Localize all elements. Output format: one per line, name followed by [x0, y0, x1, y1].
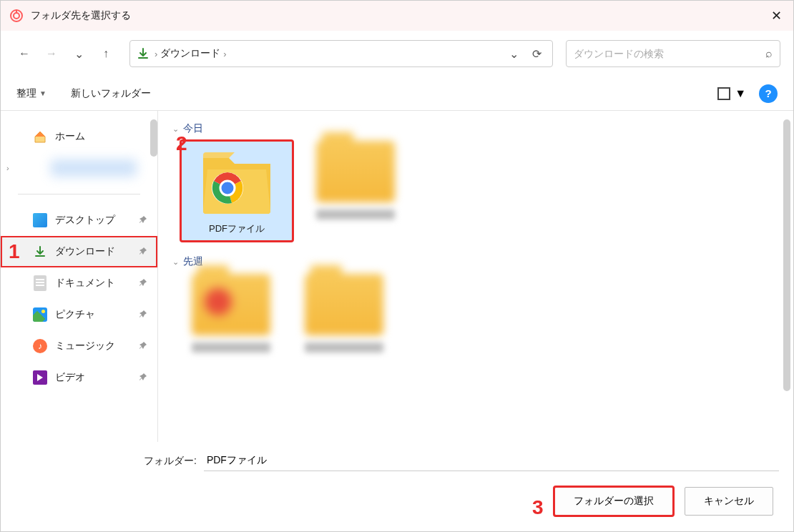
folder-item-pdf[interactable]: PDFファイル: [181, 141, 293, 241]
address-dropdown-button[interactable]: ⌄: [502, 42, 525, 65]
sidebar-item-downloads[interactable]: ダウンロード: [1, 236, 157, 267]
sidebar-item-home[interactable]: ホーム: [1, 121, 157, 152]
sidebar-item-desktop[interactable]: デスクトップ: [1, 205, 157, 236]
folder-icon: [316, 141, 395, 202]
new-folder-button[interactable]: 新しいフォルダー: [71, 87, 151, 100]
back-icon: ←: [19, 47, 30, 60]
folder-label: フォルダー:: [144, 455, 197, 468]
search-icon[interactable]: ⌕: [765, 47, 773, 60]
sidebar-item-label: ダウンロード: [55, 245, 115, 258]
sidebar-item-videos[interactable]: ビデオ: [1, 362, 157, 393]
forward-icon: →: [46, 47, 57, 60]
window-title: フォルダ先を選択する: [31, 9, 131, 22]
pin-icon[interactable]: [139, 310, 147, 320]
folder-name-row: フォルダー:: [144, 450, 779, 471]
svg-point-1: [14, 13, 19, 19]
up-icon: ↑: [103, 47, 109, 60]
help-button[interactable]: ?: [759, 84, 778, 103]
items-row-today: PDFファイル: [168, 141, 783, 241]
titlebar-left: フォルダ先を選択する: [9, 9, 131, 23]
app-icon: [9, 9, 24, 23]
back-button[interactable]: ←: [14, 43, 35, 64]
folder-icon: [305, 274, 383, 335]
annotation-3: 3: [532, 496, 544, 519]
sidebar-item-music[interactable]: ♪ ミュージック: [1, 330, 157, 362]
close-button[interactable]: ✕: [759, 1, 793, 31]
annotation-2: 2: [176, 132, 187, 155]
sidebar-item-label: ビデオ: [55, 371, 85, 384]
path-separator: ›: [155, 49, 157, 59]
recent-locations-button[interactable]: ⌄: [68, 43, 89, 64]
group-last-week[interactable]: ⌄ 先週: [168, 251, 783, 274]
folder-icon: [192, 274, 270, 335]
downloads-path-icon: [134, 47, 152, 60]
view-toggle[interactable]: ▼: [717, 87, 746, 100]
chevron-down-icon: ⌄: [509, 47, 519, 61]
chevron-down-icon: ⌄: [172, 257, 179, 267]
button-row: フォルダーの選択 キャンセル: [15, 487, 779, 516]
sidebar-item-label: ミュージック: [55, 340, 115, 353]
sidebar-item-label: デスクトップ: [55, 214, 115, 227]
path-segment-downloads[interactable]: ダウンロード: [160, 47, 220, 60]
folder-label: PDFファイル: [209, 222, 265, 235]
folder-chrome-icon: [197, 147, 276, 217]
sidebar-item-documents[interactable]: ドキュメント: [1, 267, 157, 299]
music-icon: ♪: [32, 338, 48, 354]
cancel-button[interactable]: キャンセル: [685, 487, 773, 516]
folder-item-redacted[interactable]: [305, 141, 406, 227]
chevron-down-icon: ⌄: [74, 47, 84, 61]
documents-icon: [32, 275, 48, 291]
sidebar-item-redacted[interactable]: ›: [1, 152, 157, 184]
pin-icon[interactable]: [139, 341, 147, 352]
folder-item-redacted[interactable]: [294, 274, 394, 360]
footer: フォルダー: フォルダーの選択 キャンセル: [1, 442, 793, 531]
pin-icon[interactable]: [139, 373, 147, 383]
sidebar-item-pictures[interactable]: ピクチャ: [1, 299, 157, 330]
pin-icon[interactable]: [139, 247, 147, 257]
group-today[interactable]: ⌄ 今日: [168, 118, 783, 141]
sidebar-divider: [18, 194, 140, 194]
search-box[interactable]: ⌕: [566, 40, 780, 67]
refresh-icon: ⟳: [532, 47, 541, 61]
expand-icon[interactable]: ›: [6, 164, 16, 172]
select-folder-button[interactable]: フォルダーの選択: [554, 487, 673, 516]
folder-select-dialog: フォルダ先を選択する ✕ ← → ⌄ ↑ › ダウンロード › ⌄ ⟳ ⌕: [0, 0, 794, 532]
sidebar-item-label: ピクチャ: [55, 308, 95, 321]
items-row-last-week: [168, 274, 783, 360]
view-icon: [717, 87, 730, 100]
videos-icon: [32, 370, 48, 385]
sidebar: ホーム › デスクトップ ダウンロード: [1, 111, 158, 442]
redacted-label: [316, 210, 395, 220]
path-separator: ›: [223, 49, 226, 59]
home-icon: [32, 129, 48, 144]
forward-button[interactable]: →: [41, 43, 62, 64]
folder-item-redacted[interactable]: [181, 274, 281, 360]
desktop-icon: [32, 212, 48, 228]
redacted-label: [51, 159, 137, 177]
main-area: ホーム › デスクトップ ダウンロード: [1, 111, 793, 442]
toolbar: 整理 ▼ 新しいフォルダー ▼ ?: [1, 77, 793, 111]
search-input[interactable]: [574, 48, 765, 59]
up-button[interactable]: ↑: [95, 43, 117, 64]
pin-icon[interactable]: [139, 278, 147, 289]
content-wrap: ⌄ 今日: [158, 111, 793, 442]
caret-down-icon: ▼: [735, 87, 746, 100]
redacted-label: [192, 343, 270, 353]
pictures-icon: [32, 307, 48, 322]
address-bar[interactable]: › ダウンロード › ⌄ ⟳: [129, 40, 553, 67]
downloads-icon: [32, 244, 48, 260]
content-scrollbar[interactable]: [783, 119, 790, 391]
redacted-label: [305, 343, 383, 353]
organize-menu[interactable]: 整理 ▼: [16, 87, 46, 100]
nav-row: ← → ⌄ ↑ › ダウンロード › ⌄ ⟳ ⌕: [1, 31, 793, 77]
organize-label: 整理: [16, 87, 36, 100]
pin-icon[interactable]: [139, 215, 147, 226]
help-icon: ?: [765, 87, 771, 99]
refresh-button[interactable]: ⟳: [525, 42, 548, 65]
sidebar-item-label: ホーム: [55, 130, 85, 143]
new-folder-label: 新しいフォルダー: [71, 87, 151, 100]
titlebar: フォルダ先を選択する ✕: [1, 1, 793, 31]
close-icon: ✕: [771, 8, 782, 24]
content-pane[interactable]: ⌄ 今日: [158, 111, 793, 442]
folder-name-input[interactable]: [204, 450, 779, 471]
